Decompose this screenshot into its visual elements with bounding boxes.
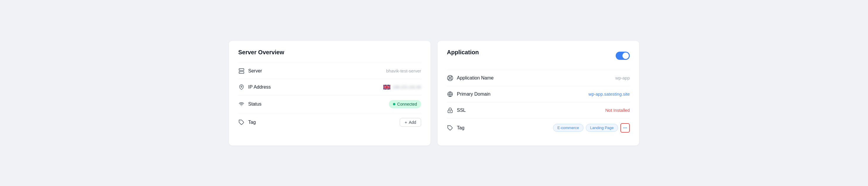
svg-line-10: [448, 76, 450, 77]
application-card: Application Application Name: [437, 41, 639, 145]
server-tag-label-text: Tag: [248, 120, 256, 125]
ip-row: IP Address 198.223.192.86: [238, 79, 421, 95]
ssl-row: SSL Not Installed: [447, 102, 630, 118]
status-badge: Connected: [389, 100, 421, 108]
status-dot: [393, 103, 395, 105]
app-tag-icon: [447, 125, 453, 131]
ip-label: IP Address: [238, 84, 271, 90]
server-label: Server: [238, 68, 262, 74]
svg-line-13: [451, 76, 452, 77]
add-tag-button[interactable]: + Add: [400, 118, 421, 127]
status-row: Status Connected: [238, 95, 421, 113]
ip-value-area: 198.223.192.86: [383, 85, 421, 89]
server-tag-label: Tag: [238, 119, 256, 126]
more-tags-button[interactable]: ···: [620, 123, 630, 133]
server-icon: [238, 68, 245, 74]
ssl-label-text: SSL: [457, 108, 466, 113]
svg-line-11: [451, 79, 452, 80]
svg-point-18: [450, 111, 451, 111]
app-name-label-text: Application Name: [457, 75, 494, 81]
app-card-header: Application: [447, 49, 630, 63]
svg-rect-1: [239, 71, 244, 73]
primary-domain-value[interactable]: wp-app.satesting.site: [588, 91, 630, 97]
app-name-value: wp-app: [615, 75, 630, 80]
app-name-label: Application Name: [447, 75, 494, 81]
ssl-value: Not Installed: [606, 108, 630, 113]
server-label-text: Server: [248, 68, 262, 74]
app-icon: [447, 75, 453, 81]
status-label: Status: [238, 101, 261, 107]
primary-domain-label: Primary Domain: [447, 91, 491, 98]
tag-icon: [238, 119, 245, 126]
lock-icon: [447, 107, 453, 113]
svg-line-14: [448, 79, 450, 80]
location-icon: [238, 84, 245, 90]
ellipsis-icon: ···: [623, 125, 627, 131]
ssl-label: SSL: [447, 107, 466, 113]
app-tag-values: E-commerce Landing Page ···: [553, 123, 630, 133]
svg-point-4: [241, 86, 242, 87]
add-tag-label: Add: [409, 120, 416, 125]
status-label-text: Status: [248, 102, 261, 107]
landing-page-tag: Landing Page: [586, 124, 618, 132]
ecommerce-tag: E-commerce: [553, 124, 584, 132]
wifi-icon: [238, 101, 245, 107]
server-card-title: Server Overview: [238, 49, 421, 56]
app-tag-label-text: Tag: [457, 125, 464, 131]
server-value: bhavik-test-server: [386, 68, 421, 73]
globe-icon: [447, 91, 453, 98]
ip-label-text: IP Address: [248, 84, 271, 90]
main-container: Server Overview Server bhavik-test-serve…: [229, 41, 639, 145]
app-tag-label: Tag: [447, 125, 464, 131]
status-value: Connected: [397, 102, 417, 106]
primary-domain-label-text: Primary Domain: [457, 91, 491, 97]
server-tag-row: Tag + Add: [238, 113, 421, 131]
ip-address-value: 198.223.192.86: [393, 85, 421, 89]
primary-domain-row: Primary Domain wp-app.satesting.site: [447, 86, 630, 102]
app-toggle[interactable]: [616, 52, 630, 60]
app-tag-row: Tag E-commerce Landing Page ···: [447, 118, 630, 137]
svg-rect-0: [239, 68, 244, 71]
app-name-row: Application Name wp-app: [447, 70, 630, 86]
app-card-title: Application: [447, 49, 479, 56]
server-row: Server bhavik-test-server: [238, 63, 421, 79]
add-icon: +: [405, 120, 407, 125]
uk-flag-icon: [383, 85, 390, 89]
server-overview-card: Server Overview Server bhavik-test-serve…: [229, 41, 431, 145]
